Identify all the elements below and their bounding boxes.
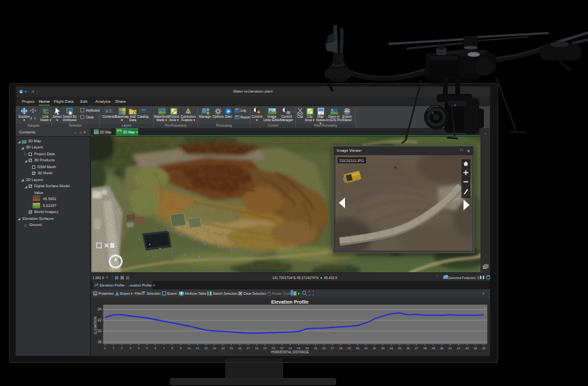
svg-text:11: 11 bbox=[196, 347, 199, 350]
svg-text:44: 44 bbox=[474, 347, 477, 350]
svg-text:10: 10 bbox=[188, 347, 191, 350]
svg-text:39: 39 bbox=[431, 347, 435, 350]
svg-text:33: 33 bbox=[381, 347, 385, 350]
svg-text:45: 45 bbox=[482, 347, 485, 350]
svg-text:42: 42 bbox=[457, 347, 460, 350]
svg-text:Elevation Profile: Elevation Profile bbox=[272, 300, 309, 304]
svg-text:36: 36 bbox=[406, 347, 410, 350]
svg-text:27: 27 bbox=[331, 347, 334, 350]
svg-text:43: 43 bbox=[466, 347, 469, 350]
svg-text:HORIZONTAL DISTANCE: HORIZONTAL DISTANCE bbox=[271, 351, 309, 354]
svg-text:ELEVATION: ELEVATION bbox=[94, 316, 97, 334]
svg-text:18: 18 bbox=[97, 340, 101, 344]
svg-text:18: 18 bbox=[255, 347, 259, 350]
svg-text:24: 24 bbox=[306, 347, 309, 350]
svg-text:14: 14 bbox=[221, 347, 225, 350]
svg-text:12: 12 bbox=[204, 347, 208, 350]
svg-text:38: 38 bbox=[423, 347, 427, 350]
svg-text:3: 3 bbox=[129, 347, 131, 350]
svg-text:25: 25 bbox=[314, 347, 317, 350]
svg-text:26: 26 bbox=[322, 347, 325, 350]
svg-text:20: 20 bbox=[97, 329, 101, 333]
svg-text:23: 23 bbox=[297, 347, 300, 350]
svg-text:2: 2 bbox=[121, 347, 123, 350]
svg-text:32: 32 bbox=[373, 347, 376, 350]
svg-text:30: 30 bbox=[356, 347, 359, 350]
svg-text:31: 31 bbox=[364, 347, 368, 350]
svg-text:19: 19 bbox=[263, 347, 267, 350]
svg-text:16: 16 bbox=[238, 347, 242, 350]
svg-text:17: 17 bbox=[246, 347, 250, 350]
svg-text:0: 0 bbox=[104, 347, 106, 350]
svg-text:41: 41 bbox=[448, 347, 452, 350]
svg-text:40: 40 bbox=[440, 347, 444, 350]
svg-text:20: 20 bbox=[272, 347, 275, 350]
svg-text:13: 13 bbox=[213, 347, 216, 350]
svg-text:24: 24 bbox=[97, 307, 101, 311]
svg-text:35: 35 bbox=[398, 347, 402, 350]
svg-text:28: 28 bbox=[339, 347, 342, 350]
svg-text:29: 29 bbox=[348, 347, 351, 350]
svg-text:1: 1 bbox=[112, 347, 114, 350]
svg-text:22: 22 bbox=[289, 347, 292, 350]
svg-text:5: 5 bbox=[146, 347, 148, 350]
svg-text:37: 37 bbox=[415, 347, 419, 350]
svg-text:4: 4 bbox=[138, 347, 140, 350]
svg-text:6: 6 bbox=[154, 347, 157, 350]
svg-text:9: 9 bbox=[180, 347, 182, 350]
svg-text:8: 8 bbox=[172, 347, 174, 350]
svg-text:22: 22 bbox=[97, 318, 101, 322]
svg-text:7: 7 bbox=[163, 347, 165, 350]
svg-text:34: 34 bbox=[389, 347, 393, 350]
svg-text:15: 15 bbox=[229, 347, 233, 350]
svg-text:21: 21 bbox=[280, 347, 284, 350]
